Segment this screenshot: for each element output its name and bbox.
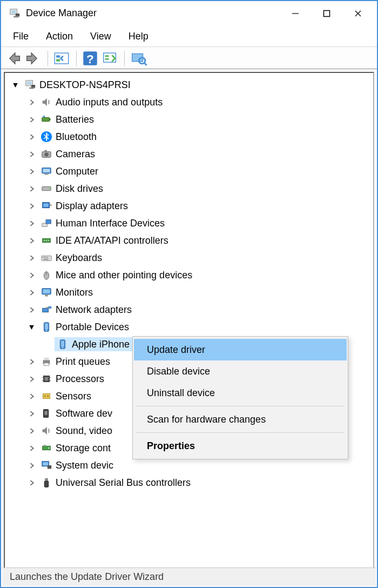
chevron-down-icon[interactable] bbox=[10, 80, 20, 90]
ide-controller-icon bbox=[40, 235, 52, 246]
chevron-right-icon[interactable] bbox=[26, 218, 36, 228]
chevron-right-icon[interactable] bbox=[26, 374, 36, 384]
tree-node[interactable]: Mice and other pointing devices bbox=[10, 266, 371, 284]
svg-point-62 bbox=[62, 348, 63, 349]
chevron-right-icon[interactable] bbox=[26, 270, 36, 280]
svg-rect-15 bbox=[105, 58, 109, 60]
chevron-right-icon[interactable] bbox=[26, 443, 36, 453]
device-tree-panel: DESKTOP-NS4PRSIAudio inputs and outputsB… bbox=[4, 72, 374, 579]
tree-node-label: Print queues bbox=[56, 356, 110, 368]
tree-node[interactable]: IDE ATA/ATAPI controllers bbox=[10, 232, 371, 249]
chevron-right-icon[interactable] bbox=[26, 115, 36, 124]
svg-rect-65 bbox=[44, 363, 49, 366]
forward-arrow-icon[interactable] bbox=[24, 49, 42, 68]
tree-node-label: Sensors bbox=[56, 391, 91, 402]
tree-node-label: Network adapters bbox=[56, 304, 132, 316]
tree-node-label: Storage cont bbox=[56, 443, 111, 454]
menu-help[interactable]: Help bbox=[120, 28, 157, 45]
tree-node[interactable]: Bluetooth bbox=[10, 128, 371, 145]
chevron-right-icon[interactable] bbox=[26, 201, 36, 211]
tree-node-label: Audio inputs and outputs bbox=[56, 97, 163, 108]
chevron-right-icon[interactable] bbox=[26, 166, 36, 176]
svg-rect-83 bbox=[44, 481, 48, 487]
chevron-right-icon[interactable] bbox=[26, 357, 36, 366]
svg-rect-47 bbox=[45, 257, 46, 258]
close-button[interactable] bbox=[342, 2, 374, 25]
svg-rect-54 bbox=[45, 295, 48, 297]
mouse-icon bbox=[40, 269, 52, 281]
tree-node-label: Disk drives bbox=[56, 183, 103, 195]
tree-node-label: Apple iPhone bbox=[72, 339, 130, 350]
back-arrow-icon[interactable] bbox=[4, 49, 23, 68]
chevron-right-icon[interactable] bbox=[26, 409, 36, 418]
tree-node[interactable]: Human Interface Devices bbox=[10, 215, 371, 232]
tree-node-label: Universal Serial Bus controllers bbox=[56, 477, 191, 489]
chevron-right-icon[interactable] bbox=[26, 305, 36, 315]
tree-node-label: Cameras bbox=[56, 149, 95, 160]
device-manager-icon bbox=[9, 8, 21, 19]
scan-hardware-icon[interactable] bbox=[100, 49, 119, 68]
svg-rect-55 bbox=[43, 308, 49, 312]
maximize-button[interactable] bbox=[311, 2, 342, 25]
svg-rect-53 bbox=[43, 290, 50, 293]
svg-rect-64 bbox=[44, 358, 49, 360]
battery-icon bbox=[40, 113, 52, 125]
svg-rect-20 bbox=[27, 82, 32, 85]
tree-node[interactable]: Display adapters bbox=[10, 197, 371, 215]
chevron-down-icon[interactable] bbox=[26, 322, 36, 332]
chevron-right-icon[interactable] bbox=[26, 236, 36, 245]
tree-node-label: Human Interface Devices bbox=[56, 218, 165, 229]
chevron-right-icon[interactable] bbox=[26, 97, 36, 107]
svg-point-59 bbox=[46, 330, 47, 331]
context-menu-item[interactable]: Properties bbox=[134, 435, 347, 457]
chevron-right-icon[interactable] bbox=[26, 288, 36, 297]
menu-action[interactable]: Action bbox=[37, 28, 82, 45]
tree-node[interactable]: Network adapters bbox=[10, 301, 371, 318]
tree-node[interactable]: Computer bbox=[10, 163, 371, 180]
tree-node[interactable]: Portable Devices bbox=[10, 318, 371, 336]
context-menu-item[interactable]: Disable device bbox=[134, 360, 347, 382]
chevron-right-icon[interactable] bbox=[26, 184, 36, 193]
toolbar-separator bbox=[124, 51, 125, 66]
chevron-right-icon[interactable] bbox=[26, 426, 36, 436]
svg-point-42 bbox=[46, 240, 47, 241]
chevron-right-icon[interactable] bbox=[26, 460, 36, 470]
window-title: Device Manager bbox=[26, 8, 280, 19]
tree-node[interactable]: Disk drives bbox=[10, 180, 371, 197]
svg-rect-58 bbox=[45, 324, 48, 330]
help-icon[interactable]: ? bbox=[81, 49, 99, 68]
tree-node[interactable]: Keyboards bbox=[10, 249, 371, 266]
chevron-right-icon[interactable] bbox=[26, 149, 36, 159]
minimize-button[interactable] bbox=[280, 2, 311, 25]
context-menu-item[interactable]: Scan for hardware changes bbox=[134, 409, 347, 430]
hid-icon bbox=[40, 217, 52, 229]
svg-rect-76 bbox=[44, 411, 48, 415]
svg-rect-80 bbox=[43, 463, 48, 466]
tree-node[interactable]: Monitors bbox=[10, 284, 371, 301]
svg-point-28 bbox=[44, 152, 48, 156]
chevron-right-icon[interactable] bbox=[26, 478, 36, 487]
tree-node[interactable]: Batteries bbox=[10, 111, 371, 128]
tree-node-label: DESKTOP-NS4PRSI bbox=[39, 79, 131, 91]
svg-rect-22 bbox=[29, 88, 34, 89]
svg-rect-67 bbox=[45, 377, 48, 380]
tree-node[interactable]: Audio inputs and outputs bbox=[10, 93, 371, 111]
chevron-right-icon[interactable] bbox=[26, 253, 36, 263]
menu-file[interactable]: File bbox=[4, 28, 37, 45]
tree-node[interactable]: Cameras bbox=[10, 145, 371, 163]
tree-node[interactable]: Universal Serial Bus controllers bbox=[10, 474, 371, 491]
svg-point-74 bbox=[47, 395, 49, 397]
context-menu-item[interactable]: Uninstall device bbox=[134, 382, 347, 404]
svg-rect-49 bbox=[44, 259, 49, 260]
chevron-right-icon[interactable] bbox=[26, 132, 36, 142]
usb-icon bbox=[40, 477, 52, 489]
chevron-right-icon[interactable] bbox=[26, 391, 36, 401]
context-menu-item[interactable]: Update driver bbox=[134, 339, 347, 360]
tree-node-label: Mice and other pointing devices bbox=[56, 270, 192, 281]
properties-icon[interactable] bbox=[129, 49, 147, 68]
processor-icon bbox=[40, 373, 52, 385]
tree-node[interactable]: DESKTOP-NS4PRSI bbox=[10, 76, 371, 93]
menu-view[interactable]: View bbox=[82, 28, 120, 45]
show-hidden-devices-icon[interactable] bbox=[52, 49, 71, 68]
svg-rect-23 bbox=[42, 117, 50, 121]
